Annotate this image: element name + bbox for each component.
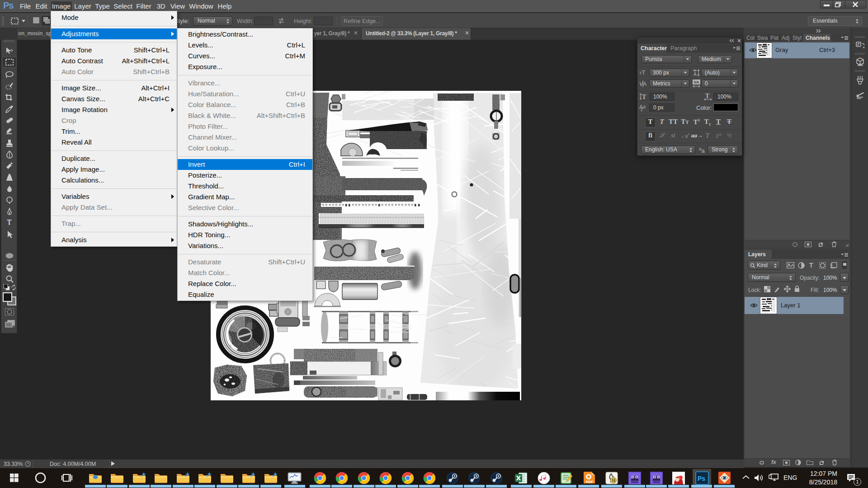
svg-text:PDF: PDF xyxy=(586,480,593,484)
svg-text:A: A xyxy=(643,81,646,87)
svg-text:T: T xyxy=(705,93,710,99)
svg-text:A: A xyxy=(693,72,697,77)
svg-text:A: A xyxy=(639,104,643,110)
svg-text:T: T xyxy=(642,94,646,100)
svg-text:Ps: Ps xyxy=(698,475,705,482)
svg-text:VA: VA xyxy=(693,80,699,84)
